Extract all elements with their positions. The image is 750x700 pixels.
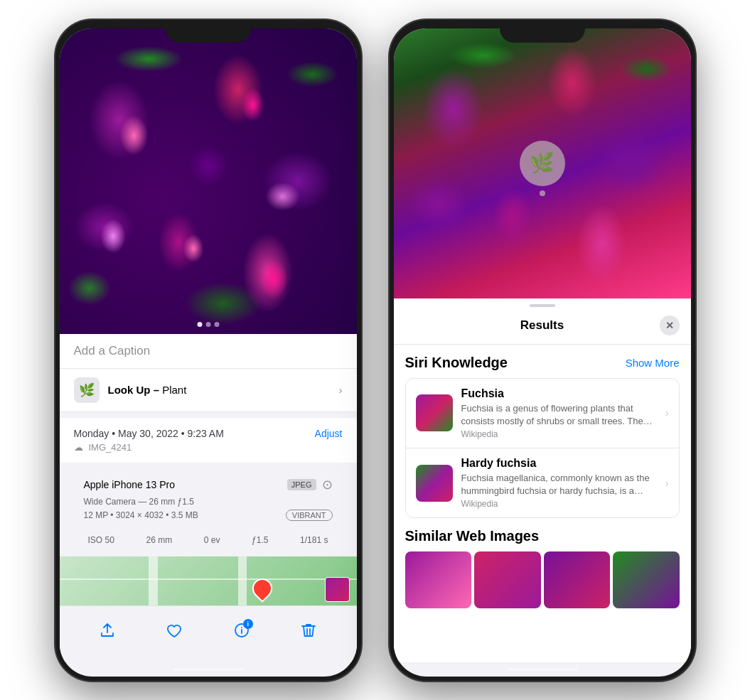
metadata-section: Monday • May 30, 2022 • 9:23 AM Adjust ☁…: [60, 418, 357, 463]
device-name: Apple iPhone 13 Pro: [84, 479, 175, 490]
results-panel: Results ✕ Siri Knowledge Show More Fuch: [394, 298, 691, 662]
siri-knowledge-section: Siri Knowledge Show More Fuchsia Fuchsia…: [394, 345, 691, 519]
web-images-section: Similar Web Images: [394, 518, 691, 608]
right-phone-screen: 🌿 Results ✕ Siri Knowledge Show More: [394, 28, 691, 677]
fuchsia-thumbnail: [416, 394, 453, 431]
siri-knowledge-title: Siri Knowledge: [405, 355, 508, 371]
right-phone: 🌿 Results ✕ Siri Knowledge Show More: [390, 20, 695, 681]
delete-button[interactable]: [294, 616, 323, 645]
hardy-content: Hardy fuchsia Fuchsia magellanica, commo…: [461, 457, 657, 509]
fuchsia-chevron-icon: ›: [665, 407, 669, 419]
favorite-button[interactable]: [160, 616, 188, 645]
date-info: Monday • May 30, 2022 • 9:23 AM: [74, 428, 224, 439]
fuchsia-description: Fuchsia is a genus of flowering plants t…: [461, 402, 657, 428]
aperture-value: ƒ1.5: [252, 535, 268, 545]
caption-placeholder: Add a Caption: [74, 344, 151, 357]
hardy-chevron-icon: ›: [665, 478, 669, 489]
device-section: Apple iPhone 13 Pro JPEG ⊙ Wide Camera —…: [74, 468, 343, 529]
lookup-row[interactable]: 🌿 Look Up – Plant ›: [60, 369, 357, 412]
fuchsia-source: Wikipedia: [461, 429, 657, 439]
cloud-icon: ☁: [74, 442, 83, 453]
focal-value: 26 mm: [146, 535, 172, 545]
hardy-name: Hardy fuchsia: [461, 457, 657, 470]
adjust-button[interactable]: Adjust: [315, 428, 343, 439]
caption-area[interactable]: Add a Caption: [60, 334, 357, 369]
settings-icon[interactable]: ⊙: [322, 477, 333, 492]
info-button[interactable]: i: [227, 616, 256, 645]
siri-dot: [540, 190, 545, 196]
ev-value: 0 ev: [204, 535, 220, 545]
web-image-1[interactable]: [405, 551, 472, 608]
home-indicator-right: [394, 662, 691, 677]
home-indicator: [60, 662, 357, 677]
hardy-source: Wikipedia: [461, 499, 657, 509]
vibrant-badge: VIBRANT: [286, 510, 333, 521]
mp-info: 12 MP • 3024 × 4032 • 3.5 MB: [84, 510, 198, 520]
siri-lookup-button[interactable]: 🌿: [520, 141, 565, 186]
drag-handle[interactable]: [530, 304, 555, 307]
web-images-title: Similar Web Images: [405, 528, 540, 544]
close-button[interactable]: ✕: [660, 316, 680, 335]
show-more-button[interactable]: Show More: [626, 357, 680, 369]
bottom-toolbar: i: [60, 605, 357, 662]
camera-info: Wide Camera — 26 mm ƒ1.5: [84, 497, 333, 507]
info-badge: i: [243, 619, 253, 629]
map-thumbnail[interactable]: [60, 556, 357, 605]
page-dots: [197, 322, 219, 327]
photo-display[interactable]: [60, 28, 357, 334]
results-photo-area: 🌿: [394, 28, 691, 298]
hardy-fuchsia-item[interactable]: Hardy fuchsia Fuchsia magellanica, commo…: [406, 448, 679, 517]
results-title: Results: [425, 318, 660, 333]
filename: ☁ IMG_4241: [74, 442, 343, 453]
left-phone: Add a Caption 🌿 Look Up – Plant › Monday…: [55, 20, 361, 681]
fuchsia-name: Fuchsia: [461, 387, 657, 400]
lookup-icon: 🌿: [74, 377, 100, 403]
web-images-grid: [405, 551, 680, 608]
lookup-label: Look Up – Plant: [108, 384, 187, 396]
leaf-icon: 🌿: [530, 151, 555, 175]
web-image-4[interactable]: [613, 551, 680, 608]
share-button[interactable]: [93, 616, 122, 645]
results-header: Results ✕: [394, 310, 691, 345]
shutter-value: 1/181 s: [300, 535, 328, 545]
fuchsia-item[interactable]: Fuchsia Fuchsia is a genus of flowering …: [406, 379, 679, 448]
hardy-description: Fuchsia magellanica, commonly known as t…: [461, 472, 657, 497]
knowledge-card: Fuchsia Fuchsia is a genus of flowering …: [405, 378, 680, 519]
iso-value: ISO 50: [88, 535, 114, 545]
format-badge: JPEG: [287, 479, 316, 490]
exif-row: ISO 50 26 mm 0 ev ƒ1.5 1/181 s: [74, 529, 343, 551]
fuchsia-content: Fuchsia Fuchsia is a genus of flowering …: [461, 387, 657, 439]
web-image-2[interactable]: [474, 551, 541, 608]
hardy-thumbnail: [416, 465, 453, 502]
lookup-chevron-icon: ›: [339, 384, 343, 396]
web-image-3[interactable]: [544, 551, 611, 608]
left-phone-screen: Add a Caption 🌿 Look Up – Plant › Monday…: [60, 28, 357, 677]
